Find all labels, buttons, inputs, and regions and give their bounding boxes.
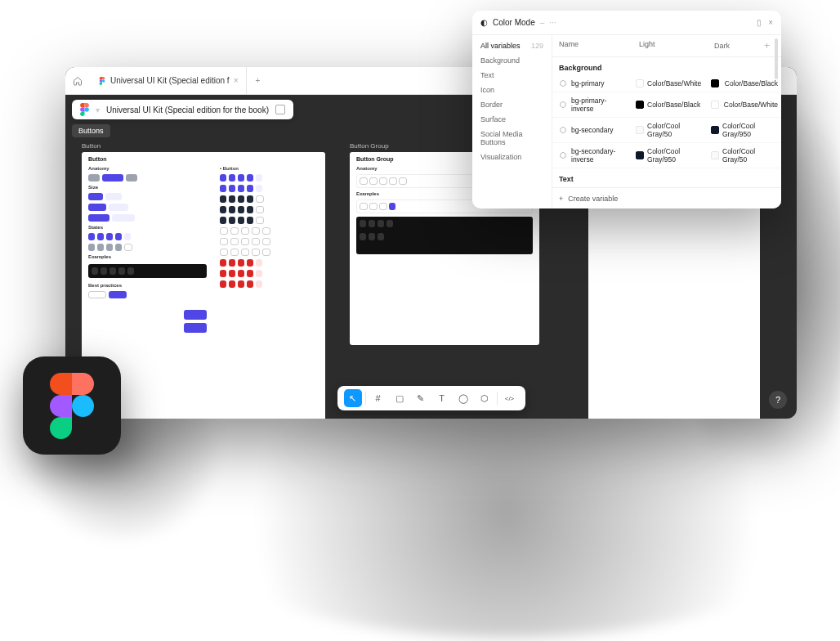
plus-icon[interactable]: +	[559, 195, 563, 203]
file-tab[interactable]: Universal UI Kit (Special edition f ×	[90, 67, 247, 94]
subhead: Anatomy	[82, 164, 213, 173]
variable-group-header: Text	[552, 168, 781, 186]
comment-tool[interactable]: ◯	[454, 389, 472, 407]
book-icon[interactable]: ▯	[757, 18, 762, 27]
help-button[interactable]: ?	[769, 391, 787, 409]
frame-label[interactable]: Button	[82, 142, 101, 150]
sidebar-item[interactable]: Social Media Buttons	[472, 127, 552, 150]
variables-panel: ◐ Color Mode – ··· ▯ × All variables129B…	[472, 11, 781, 208]
shape-tool[interactable]: ▢	[391, 389, 409, 407]
sidebar-item[interactable]: Surface	[472, 112, 552, 127]
tab-close[interactable]: ×	[234, 76, 239, 85]
sidebar-item[interactable]: Icon	[472, 83, 552, 97]
dark-example	[356, 217, 533, 254]
subhead: Size	[82, 183, 213, 191]
subhead: Best practices	[82, 281, 213, 289]
panel-footer: + Create variable	[552, 187, 781, 208]
subhead: States	[82, 223, 213, 231]
svg-point-0	[102, 79, 105, 82]
create-variable-button[interactable]: Create variable	[568, 195, 618, 203]
subhead: • Button	[213, 164, 325, 173]
panel-dash[interactable]: –	[540, 18, 545, 27]
scrollbar[interactable]	[775, 38, 778, 79]
figma-app-icon	[23, 356, 121, 455]
panel-main: Name Light Dark+ Backgroundbg-primaryCol…	[552, 35, 781, 208]
file-title-pill[interactable]: ▾ Universal UI Kit (Special edition for …	[72, 100, 293, 119]
new-tab-button[interactable]: +	[247, 76, 268, 85]
panel-more[interactable]: ···	[549, 18, 556, 27]
actions-tool[interactable]: ⬡	[476, 389, 494, 407]
dev-mode[interactable]: </>	[501, 389, 519, 407]
file-title: Universal UI Kit (Special edition for th…	[106, 105, 269, 114]
col-light: Light	[632, 35, 708, 56]
home-button[interactable]	[65, 76, 90, 86]
column-headers: Name Light Dark+	[552, 35, 781, 57]
toolbar: ↖ # ▢ ✎ T ◯ ⬡ </>	[337, 386, 525, 410]
variable-row[interactable]: bg-secondary-inverseColor/Cool Gray/950C…	[552, 143, 781, 168]
figma-glyph-icon	[80, 103, 89, 116]
panel-title: Color Mode	[493, 18, 535, 27]
sidebar-item[interactable]: All variables129	[472, 38, 552, 53]
sidebar-item[interactable]: Visualization	[472, 150, 552, 164]
add-mode-button[interactable]: +	[764, 40, 775, 52]
half-circle-icon: ◐	[480, 18, 488, 27]
variable-row[interactable]: bg-primaryColor/Base/WhiteColor/Base/Bla…	[552, 75, 781, 92]
panel-icon[interactable]	[275, 105, 285, 114]
figma-glyph-icon	[98, 77, 106, 85]
sidebar-item[interactable]: Background	[472, 53, 552, 68]
svg-point-1	[85, 107, 89, 111]
page-chip[interactable]: Buttons	[72, 124, 110, 137]
heading: Button	[82, 152, 325, 164]
variable-group-header: Background	[552, 57, 781, 75]
col-dark: Dark+	[708, 35, 781, 56]
subhead: Examples	[82, 253, 213, 261]
dark-example	[88, 264, 207, 278]
variable-row[interactable]: bg-secondaryColor/Cool Gray/50Color/Cool…	[552, 118, 781, 143]
panel-header: ◐ Color Mode – ··· ▯ ×	[472, 11, 781, 35]
pen-tool[interactable]: ✎	[412, 389, 430, 407]
move-tool[interactable]: ↖	[344, 389, 362, 407]
close-icon[interactable]: ×	[768, 18, 773, 27]
panel-sidebar: All variables129BackgroundTextIconBorder…	[472, 35, 552, 208]
frame-tool[interactable]: #	[369, 389, 387, 407]
tab-title: Universal UI Kit (Special edition f	[110, 76, 230, 85]
figma-logo-icon	[50, 373, 94, 438]
col-name: Name	[552, 35, 632, 56]
text-tool[interactable]: T	[433, 389, 451, 407]
frame-label[interactable]: Button Group	[350, 142, 389, 150]
sidebar-item[interactable]: Text	[472, 68, 552, 83]
variable-row[interactable]: bg-primary-inverseColor/Base/BlackColor/…	[552, 92, 781, 118]
sidebar-item[interactable]: Border	[472, 97, 552, 112]
